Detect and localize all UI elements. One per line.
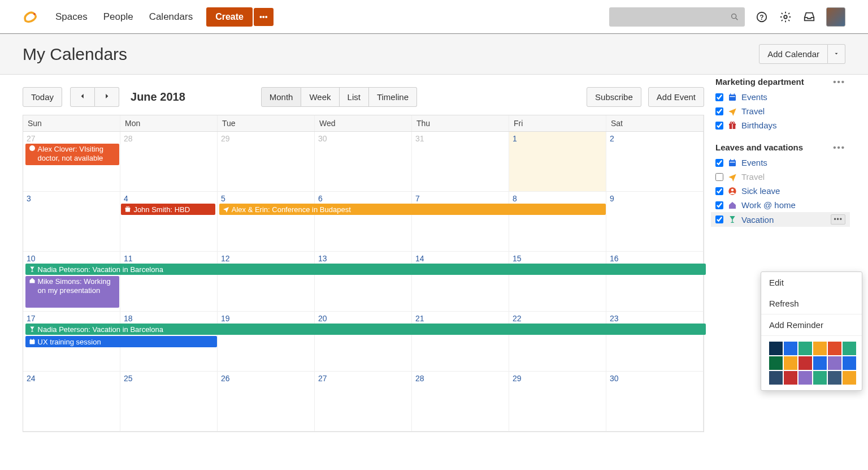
- group-menu-button[interactable]: •••: [833, 77, 845, 87]
- prev-month-button[interactable]: [70, 87, 95, 107]
- sidebar-calendar-item[interactable]: Vacation•••: [711, 212, 850, 227]
- calendar-cell[interactable]: 6: [315, 192, 412, 252]
- color-swatch[interactable]: [798, 342, 812, 355]
- sidebar-calendar-item[interactable]: Events: [715, 156, 845, 170]
- calendar-cell[interactable]: 5: [218, 192, 315, 252]
- calendar-cell[interactable]: 25: [120, 372, 218, 432]
- color-swatch[interactable]: [798, 356, 812, 370]
- top-nav: Spaces People Calendars Create •••: [0, 0, 868, 34]
- event-conference[interactable]: Alex & Erin: Conference in Budapest: [219, 204, 606, 215]
- item-menu-button[interactable]: •••: [831, 214, 845, 225]
- settings-icon[interactable]: [779, 10, 792, 24]
- calendar-checkbox[interactable]: [715, 122, 723, 130]
- color-swatch[interactable]: [828, 342, 841, 355]
- calendar-cell[interactable]: 14: [412, 252, 509, 312]
- event-vacation-2[interactable]: Nadia Peterson: Vacation in Barcelona: [25, 324, 706, 335]
- sidebar-calendar-item[interactable]: Birthdays: [715, 118, 845, 132]
- color-swatch[interactable]: [813, 342, 827, 355]
- calendar-cell[interactable]: 30: [315, 132, 412, 192]
- calendar-cell[interactable]: 24: [23, 372, 120, 432]
- calendar-checkbox[interactable]: [715, 159, 723, 167]
- menu-edit[interactable]: Edit: [761, 272, 862, 293]
- calendar-checkbox[interactable]: [715, 215, 723, 223]
- search-input[interactable]: [609, 7, 745, 27]
- calendar-cell[interactable]: 11: [120, 252, 218, 312]
- calendar-checkbox[interactable]: [715, 173, 723, 181]
- calendar-cell[interactable]: 28: [412, 372, 509, 432]
- calendar-checkbox[interactable]: [715, 107, 723, 115]
- calendar-cell[interactable]: 29: [218, 132, 315, 192]
- calendar-cell[interactable]: 19: [218, 312, 315, 372]
- calendar-cell[interactable]: 22: [509, 312, 606, 372]
- calendar-cell[interactable]: 13: [315, 252, 412, 312]
- calendar-cell[interactable]: 28: [120, 132, 218, 192]
- calendar-cell[interactable]: 26: [218, 372, 315, 432]
- event-vacation-1[interactable]: Nadia Peterson: Vacation in Barcelona: [25, 264, 706, 275]
- calendar-cell[interactable]: 2: [606, 132, 704, 192]
- sidebar-calendar-item[interactable]: Sick leave: [715, 184, 845, 198]
- color-swatch[interactable]: [843, 371, 856, 385]
- color-swatch[interactable]: [813, 356, 827, 370]
- add-event-button[interactable]: Add Event: [648, 87, 704, 107]
- calendar-cell[interactable]: 15: [509, 252, 606, 312]
- create-button[interactable]: Create: [206, 7, 253, 27]
- event-birthday[interactable]: John Smith: HBD: [121, 204, 215, 215]
- next-month-button[interactable]: [95, 87, 119, 107]
- calendar-cell[interactable]: 12: [218, 252, 315, 312]
- calendar-cell[interactable]: 8: [509, 192, 606, 252]
- subscribe-button[interactable]: Subscribe: [587, 87, 641, 107]
- color-swatch[interactable]: [843, 356, 856, 370]
- add-calendar-dropdown[interactable]: [828, 44, 845, 64]
- calendar-cell[interactable]: 1: [509, 132, 606, 192]
- sidebar-calendar-item[interactable]: Travel: [715, 104, 845, 118]
- user-avatar[interactable]: [826, 7, 845, 27]
- color-swatch[interactable]: [843, 342, 856, 355]
- color-swatch[interactable]: [784, 371, 797, 385]
- help-icon[interactable]: [755, 10, 769, 24]
- calendar-cell[interactable]: 30: [606, 372, 704, 432]
- color-swatch[interactable]: [784, 342, 797, 355]
- color-swatch[interactable]: [828, 371, 841, 385]
- create-more-button[interactable]: •••: [254, 8, 274, 26]
- color-swatch[interactable]: [813, 371, 827, 385]
- calendar-cell[interactable]: 29: [509, 372, 606, 432]
- calendar-cell[interactable]: 3: [23, 192, 120, 252]
- menu-refresh[interactable]: Refresh: [761, 293, 862, 314]
- sidebar-calendar-item[interactable]: Work @ home: [715, 198, 845, 212]
- color-swatch[interactable]: [769, 342, 783, 355]
- calendar-cell[interactable]: 27: [315, 372, 412, 432]
- calendar-cell[interactable]: 21: [412, 312, 509, 372]
- view-timeline-tab[interactable]: Timeline: [369, 87, 417, 107]
- color-swatch[interactable]: [828, 356, 841, 370]
- add-calendar-button[interactable]: Add Calendar: [759, 44, 828, 64]
- nav-spaces[interactable]: Spaces: [55, 11, 88, 23]
- today-button[interactable]: Today: [23, 87, 62, 107]
- inbox-icon[interactable]: [802, 10, 816, 24]
- view-week-tab[interactable]: Week: [301, 87, 339, 107]
- sidebar-calendar-item[interactable]: Events: [715, 90, 845, 104]
- group-menu-button[interactable]: •••: [833, 143, 845, 152]
- calendar-cell[interactable]: 23: [606, 312, 704, 372]
- nav-calendars[interactable]: Calendars: [149, 11, 193, 23]
- calendar-cell[interactable]: 9: [606, 192, 704, 252]
- color-swatch[interactable]: [784, 356, 797, 370]
- view-month-tab[interactable]: Month: [261, 87, 302, 107]
- calendar-cell[interactable]: 4: [120, 192, 218, 252]
- view-list-tab[interactable]: List: [340, 87, 369, 107]
- color-swatch[interactable]: [798, 371, 812, 385]
- calendar-checkbox[interactable]: [715, 201, 723, 209]
- color-swatch[interactable]: [769, 356, 783, 370]
- nav-people[interactable]: People: [103, 11, 133, 23]
- event-training[interactable]: UX training session: [25, 336, 218, 347]
- color-swatch[interactable]: [769, 371, 783, 385]
- sidebar-calendar-item[interactable]: Travel: [715, 170, 845, 184]
- menu-add-reminder[interactable]: Add Reminder: [761, 314, 862, 335]
- calendar-cell[interactable]: 31: [412, 132, 509, 192]
- event-work-home[interactable]: Mike Simons: Working on my presentation: [25, 276, 119, 308]
- calendar-cell[interactable]: 16: [606, 252, 704, 312]
- calendar-cell[interactable]: 20: [315, 312, 412, 372]
- calendar-cell[interactable]: 7: [412, 192, 509, 252]
- event-sick-leave[interactable]: Alex Clover: VIsiting doctor, not availa…: [25, 144, 119, 165]
- calendar-checkbox[interactable]: [715, 93, 723, 101]
- calendar-checkbox[interactable]: [715, 187, 723, 195]
